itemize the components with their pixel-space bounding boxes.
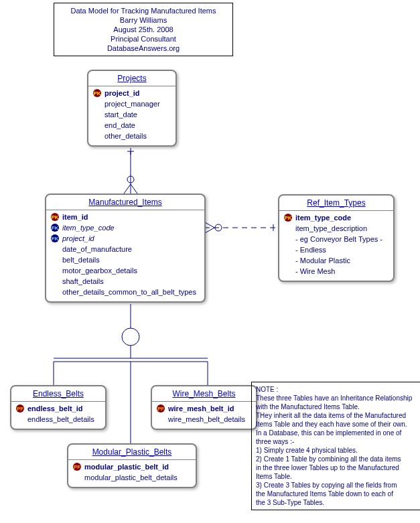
field: endless_belt_details: [14, 414, 102, 425]
field-fk: project_id: [49, 233, 202, 244]
note-line: 2) Create 1 Table by combining all the d…: [256, 455, 417, 463]
entity-modular-plastic-belts: Modular_Plastic_Belts modular_plastic_be…: [67, 443, 197, 488]
entity-title: Wire_Mesh_Belts: [152, 386, 256, 402]
field-pk: item_id: [49, 212, 202, 222]
note-line: three ways :-: [256, 437, 417, 446]
note-line: the 3 Sub-Type Tables.: [256, 498, 417, 507]
svg-line-8: [205, 222, 214, 228]
note-line: 3) Create 3 Tables by copying all the fi…: [256, 481, 417, 490]
fk-icon: [50, 223, 60, 232]
field: motor_gearbox_details: [49, 265, 202, 276]
svg-point-10: [215, 224, 222, 231]
field: - Endless: [282, 244, 391, 255]
pk-icon: [92, 88, 102, 98]
field: shaft_details: [49, 276, 202, 287]
field-pk: item_type_code: [282, 212, 391, 223]
field: - eg Conveyor Belt Types -: [282, 234, 391, 244]
svg-line-9: [205, 228, 214, 233]
field-fk: item_type_code: [49, 222, 202, 233]
title-line: Barry Williams: [60, 15, 227, 25]
field: modular_plastic_belt_details: [71, 472, 193, 483]
title-line: Principal Consultant: [60, 34, 227, 44]
field: wire_mesh_belt_details: [155, 414, 253, 425]
field: belt_details: [49, 254, 202, 265]
field: other_details: [91, 131, 173, 141]
entity-projects: Projects project_id project_manager star…: [87, 70, 177, 147]
note-line: These three Tables have an Inheritance R…: [256, 394, 417, 402]
field-pk: project_id: [91, 88, 173, 98]
svg-point-12: [122, 328, 139, 346]
note-box: NOTE : These three Tables have an Inheri…: [251, 382, 420, 510]
svg-point-5: [127, 176, 134, 183]
field: project_manager: [91, 98, 173, 109]
note-line: In a Database, this can be implemented i…: [256, 429, 417, 437]
title-line: Data Model for Tracking Manufactured Ite…: [60, 6, 227, 15]
field-pf: modular_plastic_belt_id: [71, 461, 193, 472]
pk-icon: [50, 212, 60, 222]
entity-manufactured-items: Manufactured_Items item_id item_type_cod…: [45, 194, 206, 303]
title-box: Data Model for Tracking Manufactured Ite…: [54, 3, 233, 56]
pf-icon: [15, 404, 25, 413]
entity-ref-item-types: Ref_Item_Types item_type_code item_type_…: [278, 194, 395, 282]
entity-wire-mesh-belts: Wire_Mesh_Belts wire_mesh_belt_id wire_m…: [151, 385, 257, 430]
note-line: 1) Simply create 4 physical tables.: [256, 446, 417, 455]
title-line: DatabaseAnswers.org: [60, 44, 227, 53]
pf-icon: [156, 404, 165, 413]
field: - Wire Mesh: [282, 266, 391, 277]
note-line: with the Manufactured Items Table.: [256, 402, 417, 411]
pf-icon: [72, 462, 82, 471]
entity-title: Modular_Plastic_Belts: [68, 445, 196, 460]
field: item_type_description: [282, 223, 391, 234]
field: start_date: [91, 109, 173, 120]
field: end_date: [91, 120, 173, 131]
note-line: Items Table and they each have some of t…: [256, 420, 417, 429]
fk-icon: [50, 234, 60, 243]
entity-title: Manufactured_Items: [46, 195, 204, 210]
field-pf: wire_mesh_belt_id: [155, 403, 253, 414]
entity-title: Projects: [88, 71, 176, 86]
field-pf: endless_belt_id: [14, 403, 102, 414]
svg-line-3: [124, 184, 131, 194]
entity-endless-belts: Endless_Belts endless_belt_id endless_be…: [10, 385, 107, 430]
note-line: Items Table.: [256, 472, 417, 481]
entity-title: Endless_Belts: [11, 386, 105, 402]
svg-line-4: [131, 184, 137, 194]
note-line: THey inherit all the data items of the M…: [256, 411, 417, 420]
entity-title: Ref_Item_Types: [279, 196, 393, 211]
title-line: August 25th. 2008: [60, 25, 227, 34]
note-line: the Manufactured Items Table down to eac…: [256, 490, 417, 498]
pk-icon: [283, 213, 293, 222]
field: other_details_common_to_all_belt_types: [49, 287, 202, 297]
field: - Modular Plastic: [282, 255, 391, 266]
note-line: in the three lower Tables up to the Manu…: [256, 463, 417, 472]
field: date_of_manufacture: [49, 244, 202, 254]
note-line: NOTE :: [256, 385, 417, 394]
